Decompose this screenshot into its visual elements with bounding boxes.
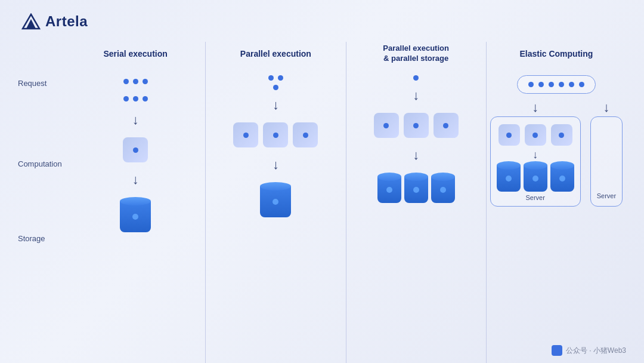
elastic-server-box-main: ↓ (490, 116, 581, 207)
cylinder (404, 173, 428, 203)
col-serial-body: ↓ ↓ (72, 75, 199, 363)
main-content: Request Computation Storage Serial execu… (0, 42, 644, 363)
dot (268, 75, 274, 81)
dot (143, 79, 148, 84)
comp-block (374, 113, 399, 138)
cylinder-body (260, 186, 291, 217)
dot (133, 96, 138, 101)
artela-logo-icon (21, 13, 41, 30)
dot (559, 176, 565, 182)
arrow-elastic-2: ↓ (603, 101, 609, 114)
parallel-comp (233, 122, 318, 147)
serial-storage (120, 197, 151, 232)
server-label-secondary: Server (597, 192, 616, 199)
dot (303, 133, 308, 138)
col-elastic: Elastic Computing ↓ (487, 42, 626, 363)
cylinder (550, 161, 574, 192)
col-parallel-body: ↓ ↓ (212, 75, 339, 363)
cylinder (524, 161, 547, 192)
cylinder (377, 173, 401, 203)
dot (506, 133, 512, 138)
dot (133, 147, 138, 153)
comp-block (551, 124, 572, 146)
cylinder-top (404, 173, 428, 181)
cylinder (431, 173, 455, 203)
cylinder-top (431, 173, 455, 181)
par-storage-cylinders (377, 173, 455, 203)
col-elastic-title: Elastic Computing (519, 42, 593, 66)
dot (413, 123, 419, 128)
serial-comp (123, 137, 148, 162)
watermark-icon (552, 345, 562, 356)
comp-block (233, 122, 258, 147)
cylinder-top (120, 197, 151, 205)
columns-area: Serial execution ↓ ↓ (66, 42, 626, 363)
dot (133, 79, 138, 84)
logo-text: Artela (45, 13, 88, 30)
cylinder-top (260, 182, 291, 190)
cylinder-top (524, 161, 547, 170)
dot (569, 82, 574, 87)
parallel-storage (260, 182, 291, 217)
cylinder-top (550, 161, 574, 170)
par-storage-comp (374, 113, 459, 138)
comp-block (525, 124, 546, 146)
dot (143, 96, 148, 101)
row-labels: Request Computation Storage (18, 42, 66, 363)
comp-block (404, 113, 429, 138)
dot (506, 176, 512, 182)
server-label-main: Server (525, 194, 544, 201)
dot (440, 187, 446, 193)
col-parallel-storage-title: Parallel execution& parallel storage (383, 42, 449, 66)
arrow-parstorage-1: ↓ (413, 89, 419, 102)
request-label: Request (18, 79, 66, 88)
dot (278, 75, 283, 81)
dot (532, 176, 538, 182)
elastic-request-box (517, 75, 596, 94)
elastic-server-box-secondary: Server (590, 116, 623, 207)
col-parallel-title: Parallel execution (240, 42, 311, 66)
comp-block (499, 124, 520, 146)
col-parallel: Parallel execution ↓ (206, 42, 346, 363)
cylinder (497, 161, 521, 192)
watermark-text: 公众号 · 小猪Web3 (566, 346, 626, 356)
serial-request-dots (123, 75, 148, 105)
cylinder-top (497, 161, 521, 170)
dot (386, 187, 392, 193)
comp-block (263, 122, 288, 147)
dot (528, 82, 534, 87)
dot (579, 82, 584, 87)
computation-label: Computation (18, 159, 66, 168)
watermark: 公众号 · 小猪Web3 (552, 345, 626, 356)
dot (413, 75, 419, 81)
col-serial: Serial execution ↓ ↓ (66, 42, 206, 363)
col-serial-title: Serial execution (103, 42, 167, 66)
dot (243, 133, 249, 138)
dot (559, 82, 564, 87)
dot (273, 85, 278, 90)
dot (413, 187, 419, 193)
col-elastic-body: ↓ ↓ (493, 75, 620, 363)
arrow-elastic-inner: ↓ (532, 149, 538, 160)
arrow-parallel-1: ↓ (273, 99, 279, 112)
col-parallel-storage: Parallel execution& parallel storage ↓ ↓ (346, 42, 487, 363)
arrow-parallel-2: ↓ (273, 158, 279, 171)
parallel-request-dots (268, 75, 283, 90)
cylinder (260, 182, 291, 217)
dot (538, 82, 544, 87)
dot (132, 214, 138, 220)
dot (123, 96, 129, 101)
dot (549, 82, 554, 87)
dot (532, 133, 538, 138)
cylinder (120, 197, 151, 232)
elastic-storage-row (497, 161, 574, 192)
comp-block (434, 113, 459, 138)
dot (273, 133, 278, 138)
arrow-serial-2: ↓ (132, 173, 139, 186)
comp-block (293, 122, 318, 147)
elastic-comp-row (499, 124, 572, 146)
dot (559, 133, 564, 138)
col-parallel-storage-body: ↓ ↓ (352, 75, 480, 363)
dot (123, 79, 129, 84)
arrow-elastic-1: ↓ (532, 101, 538, 114)
